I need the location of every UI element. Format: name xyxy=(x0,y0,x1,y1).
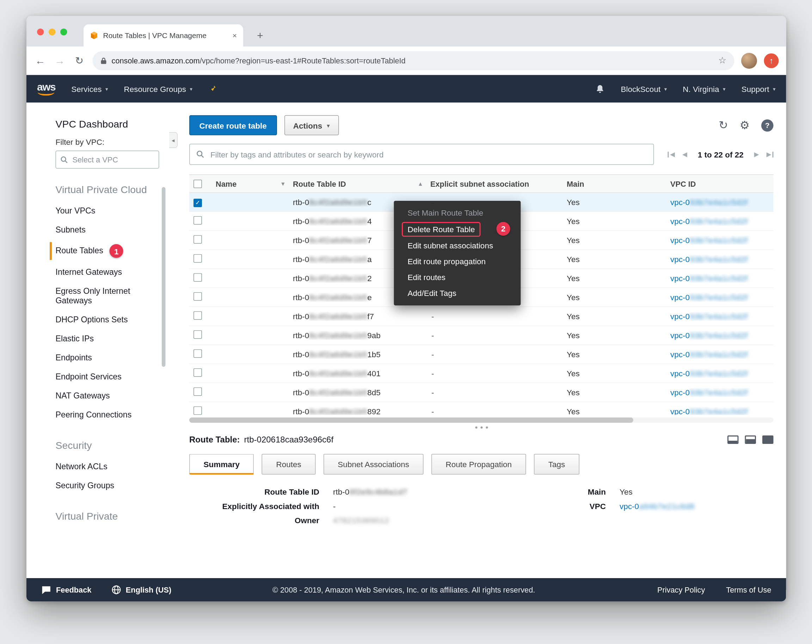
tab-subnet-associations[interactable]: Subnet Associations xyxy=(324,454,424,475)
aws-logo[interactable]: aws xyxy=(37,82,55,96)
column-header-name[interactable]: Name▾ xyxy=(211,175,288,193)
select-all-checkbox[interactable] xyxy=(194,179,202,188)
row-checkbox[interactable] xyxy=(194,388,202,396)
gear-icon[interactable]: ⚙ xyxy=(740,119,749,132)
previous-page-icon[interactable]: ◀ xyxy=(682,151,687,158)
panel-resize-handle[interactable] xyxy=(189,426,774,429)
vpc-filter-box[interactable] xyxy=(56,151,159,169)
vpc-id-link[interactable]: vpc-093b7e4a1c5d2f xyxy=(670,312,748,321)
sidebar-item-peering-connections[interactable]: Peering Connections xyxy=(26,405,159,425)
column-header-explicit-subnet-association[interactable]: Explicit subnet association xyxy=(426,175,562,193)
full-pane-icon[interactable] xyxy=(762,435,774,444)
table-filter-input[interactable] xyxy=(209,149,647,160)
tab-summary[interactable]: Summary xyxy=(189,454,254,475)
filter-caret-icon[interactable]: ▾ xyxy=(278,180,284,187)
next-page-icon[interactable]: ▶ xyxy=(754,151,759,158)
support-menu[interactable]: Support▾ xyxy=(742,84,776,93)
region-menu[interactable]: N. Virginia▾ xyxy=(683,84,725,93)
vpc-id-link[interactable]: vpc-093b7e4a1c5d2f xyxy=(670,236,748,245)
row-checkbox[interactable] xyxy=(194,350,202,358)
row-checkbox[interactable] xyxy=(194,235,202,244)
vpc-id-link[interactable]: vpc-0a94b7e21c6d8 xyxy=(620,502,694,511)
table-row[interactable]: rtb-08c4f2a6d9e1b59ab-Yesvpc-093b7e4a1c5… xyxy=(189,326,774,345)
refresh-icon[interactable]: ↻ xyxy=(719,119,728,132)
resource-groups-menu[interactable]: Resource Groups▾ xyxy=(124,84,192,93)
close-window-button[interactable] xyxy=(37,29,44,36)
row-checkbox[interactable] xyxy=(194,254,202,263)
horizontal-scrollbar[interactable] xyxy=(189,417,774,423)
reload-button[interactable]: ↻ xyxy=(73,55,85,67)
table-filter-box[interactable] xyxy=(189,144,654,165)
column-header-route-table-id[interactable]: Route Table ID▴ xyxy=(288,175,426,193)
help-icon[interactable]: ? xyxy=(761,119,774,131)
menu-item-edit-routes[interactable]: Edit routes xyxy=(394,269,521,285)
sidebar-item-elastic-ips[interactable]: Elastic IPs xyxy=(26,329,159,349)
menu-item-add-edit-tags[interactable]: Add/Edit Tags xyxy=(394,285,521,301)
sidebar-item-internet-gateways[interactable]: Internet Gateways xyxy=(26,263,159,282)
sidebar-item-your-vpcs[interactable]: Your VPCs xyxy=(26,201,159,221)
row-checkbox[interactable] xyxy=(194,292,202,301)
row-checkbox[interactable] xyxy=(194,273,202,282)
vpc-id-link[interactable]: vpc-093b7e4a1c5d2f xyxy=(670,407,748,415)
sidebar-item-route-tables[interactable]: Route Tables1 xyxy=(26,239,159,263)
terms-of-use-link[interactable]: Terms of Use xyxy=(726,586,771,594)
privacy-policy-link[interactable]: Privacy Policy xyxy=(657,586,705,594)
new-tab-button[interactable]: + xyxy=(253,28,267,43)
column-header-main[interactable]: Main xyxy=(562,175,666,193)
vpc-id-link[interactable]: vpc-093b7e4a1c5d2f xyxy=(670,217,748,226)
vpc-id-link[interactable]: vpc-093b7e4a1c5d2f xyxy=(670,388,748,397)
tab-route-propagation[interactable]: Route Propagation xyxy=(431,454,526,475)
vpc-id-link[interactable]: vpc-093b7e4a1c5d2f xyxy=(670,331,748,340)
create-route-table-button[interactable]: Create route table xyxy=(189,115,277,135)
sidebar-scrollbar[interactable] xyxy=(162,187,166,367)
table-row[interactable]: rtb-08c4f2a6d9e1b5892-Yesvpc-093b7e4a1c5… xyxy=(189,402,774,415)
zoom-window-button[interactable] xyxy=(60,29,67,36)
bottom-pane-icon[interactable] xyxy=(727,435,739,444)
actions-button[interactable]: Actions▾ xyxy=(284,115,339,135)
pin-icon[interactable] xyxy=(208,85,217,93)
vpc-id-link[interactable]: vpc-093b7e4a1c5d2f xyxy=(670,255,748,264)
menu-item-edit-route-propagation[interactable]: Edit route propagation xyxy=(394,254,521,269)
sidebar-item-subnets[interactable]: Subnets xyxy=(26,221,159,239)
vpc-id-link[interactable]: vpc-093b7e4a1c5d2f xyxy=(670,369,748,378)
profile-avatar[interactable] xyxy=(741,52,757,69)
notifications-bell-icon[interactable] xyxy=(595,84,605,94)
sidebar-item-network-acls[interactable]: Network ACLs xyxy=(26,457,159,476)
extension-icon[interactable]: ↑ xyxy=(764,53,779,68)
tab-tags[interactable]: Tags xyxy=(534,454,579,475)
column-header-vpc-id[interactable]: VPC ID xyxy=(666,175,774,193)
tab-routes[interactable]: Routes xyxy=(262,454,316,475)
menu-item-delete-route-table[interactable]: Delete Route Table2 xyxy=(394,221,521,238)
last-page-icon[interactable]: ▶ xyxy=(766,151,774,158)
account-menu[interactable]: BlockScout▾ xyxy=(621,84,667,93)
back-button[interactable]: ← xyxy=(34,55,47,66)
feedback-button[interactable]: Feedback xyxy=(41,585,91,594)
vpc-id-link[interactable]: vpc-093b7e4a1c5d2f xyxy=(670,350,748,359)
language-selector[interactable]: English (US) xyxy=(111,585,171,595)
sidebar-item-security-groups[interactable]: Security Groups xyxy=(26,476,159,495)
vpc-filter-input[interactable] xyxy=(72,155,145,164)
row-checkbox[interactable] xyxy=(194,311,202,320)
first-page-icon[interactable]: ◀ xyxy=(668,151,675,158)
vpc-id-link[interactable]: vpc-093b7e4a1c5d2f xyxy=(670,274,748,283)
browser-tab[interactable]: Route Tables | VPC Manageme × xyxy=(84,24,243,47)
scrollbar-thumb[interactable] xyxy=(189,417,633,423)
menu-item-edit-subnet-associations[interactable]: Edit subnet associations xyxy=(394,238,521,254)
sidebar-collapse-button[interactable]: ◂ xyxy=(169,132,178,148)
table-row[interactable]: rtb-08c4f2a6d9e1b58d5-Yesvpc-093b7e4a1c5… xyxy=(189,383,774,402)
row-checkbox[interactable] xyxy=(194,330,202,339)
bookmark-star-icon[interactable]: ☆ xyxy=(718,55,727,66)
split-pane-icon[interactable] xyxy=(745,435,756,444)
row-checkbox[interactable] xyxy=(194,368,202,377)
address-bar[interactable]: console.aws.amazon.com/vpc/home?region=u… xyxy=(93,51,734,70)
table-row[interactable]: rtb-08c4f2a6d9e1b5f7-Yesvpc-093b7e4a1c5d… xyxy=(189,307,774,326)
sidebar-item-dhcp-options-sets[interactable]: DHCP Options Sets xyxy=(26,311,159,329)
row-checkbox[interactable]: ✓ xyxy=(194,199,202,207)
vpc-id-link[interactable]: vpc-093b7e4a1c5d2f xyxy=(670,293,748,302)
sidebar-item-egress-only-internet-gateways[interactable]: Egress Only Internet Gateways xyxy=(26,282,159,311)
forward-button[interactable]: → xyxy=(53,55,66,66)
vpc-id-link[interactable]: vpc-093b7e4a1c5d2f xyxy=(670,198,748,207)
minimize-window-button[interactable] xyxy=(49,29,56,36)
row-checkbox[interactable] xyxy=(194,406,202,415)
tab-close-icon[interactable]: × xyxy=(233,31,237,40)
